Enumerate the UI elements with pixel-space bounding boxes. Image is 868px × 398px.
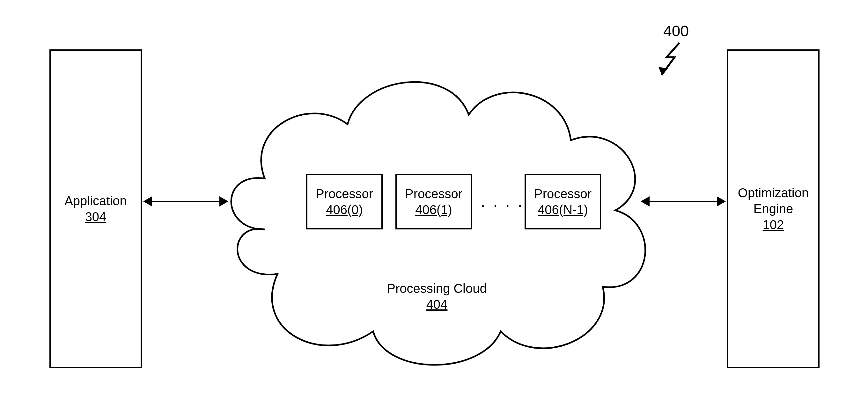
- processor-ref-1: 406(1): [415, 202, 452, 218]
- application-label: Application: [64, 193, 127, 209]
- processor-label: Processor: [534, 186, 592, 202]
- processing-cloud-ref: 404: [360, 296, 514, 312]
- processor-ref-0: 406(0): [326, 202, 363, 218]
- processing-cloud-label: Processing Cloud: [360, 280, 514, 296]
- optimization-label-2: Engine: [753, 201, 794, 217]
- connector-app-cloud-line: [152, 201, 220, 202]
- processor-ref-n: 406(N-1): [538, 202, 588, 218]
- optimization-engine-box: Optimization Engine 102: [727, 49, 819, 368]
- connector-app-cloud-head-right: [219, 196, 228, 206]
- figure-reference-arrow: [657, 41, 686, 80]
- processor-label: Processor: [316, 186, 373, 202]
- processor-box-n: Processor 406(N-1): [525, 174, 601, 229]
- connector-app-cloud-head-left: [143, 196, 152, 206]
- application-ref: 304: [85, 209, 106, 225]
- optimization-ref: 102: [763, 217, 784, 233]
- connector-cloud-opt-head-right: [717, 196, 726, 206]
- processor-ellipsis: . . . .: [481, 193, 524, 210]
- diagram-stage: 400 Application 304 Optimization Engine …: [0, 0, 868, 398]
- figure-reference-number: 400: [663, 22, 689, 40]
- connector-cloud-opt-head-left: [641, 196, 650, 206]
- processing-cloud-label-block: Processing Cloud 404: [360, 280, 514, 312]
- connector-cloud-opt-line: [649, 201, 717, 202]
- processor-box-1: Processor 406(1): [395, 174, 472, 229]
- application-box: Application 304: [50, 49, 142, 368]
- optimization-label-1: Optimization: [738, 185, 809, 201]
- processor-label: Processor: [405, 186, 462, 202]
- processor-box-0: Processor 406(0): [306, 174, 383, 229]
